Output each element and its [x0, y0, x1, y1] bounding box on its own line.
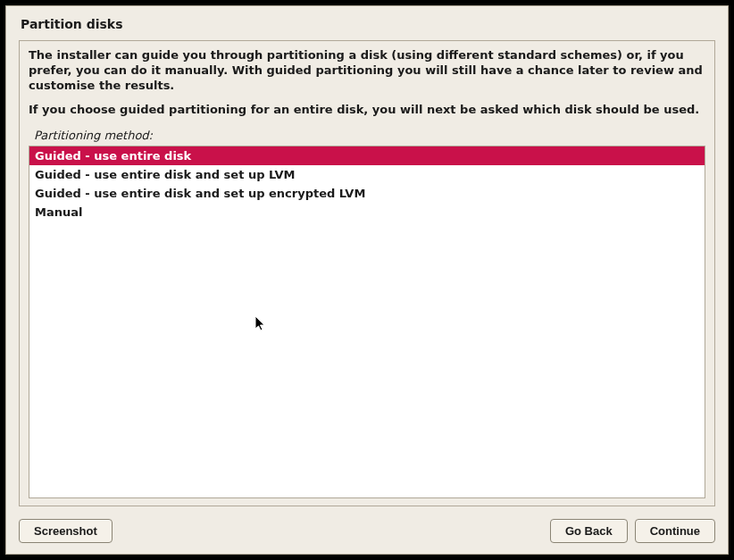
go-back-button[interactable]: Go Back	[550, 519, 628, 543]
description-text-2: If you choose guided partitioning for an…	[29, 103, 705, 118]
button-row: Screenshot Go Back Continue	[19, 519, 715, 543]
screenshot-button[interactable]: Screenshot	[19, 519, 113, 543]
partitioning-method-label: Partitioning method:	[34, 129, 705, 142]
installer-window: Partition disks The installer can guide …	[5, 5, 729, 555]
option-guided-lvm[interactable]: Guided - use entire disk and set up LVM	[29, 165, 705, 184]
description-text-1: The installer can guide you through part…	[29, 48, 705, 94]
option-guided-entire-disk[interactable]: Guided - use entire disk	[29, 146, 705, 165]
option-manual[interactable]: Manual	[29, 203, 705, 221]
options-list: Guided - use entire disk Guided - use en…	[29, 146, 705, 498]
continue-button[interactable]: Continue	[635, 519, 715, 543]
option-guided-encrypted-lvm[interactable]: Guided - use entire disk and set up encr…	[29, 184, 705, 203]
description: The installer can guide you through part…	[29, 48, 705, 127]
main-panel: The installer can guide you through part…	[19, 40, 715, 506]
spacer	[120, 519, 543, 543]
page-title: Partition disks	[21, 17, 715, 31]
